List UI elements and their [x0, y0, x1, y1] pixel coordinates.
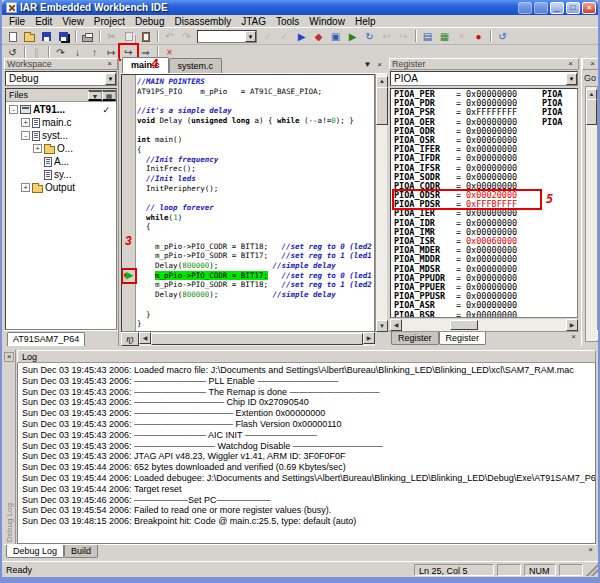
- code-segment: }: [137, 310, 151, 319]
- log-tab-debug-log[interactable]: Debug Log: [6, 545, 64, 558]
- paste-icon: [142, 32, 150, 42]
- new-document-button[interactable]: [4, 29, 21, 43]
- code-line: void Delay (unsigned long a) { while (--…: [137, 116, 374, 126]
- minimize-button[interactable]: _: [550, 2, 564, 14]
- menu-project[interactable]: Project: [89, 16, 130, 27]
- register-group-dropdown[interactable]: PIOA ▼: [390, 71, 578, 86]
- menu-view[interactable]: View: [57, 16, 89, 27]
- project-overview-button[interactable]: ▦: [436, 29, 453, 43]
- menu-jtag[interactable]: JTAG: [236, 16, 271, 27]
- register-tabs-close-icon[interactable]: ×: [568, 332, 579, 342]
- log-body[interactable]: Sun Dec 03 19:45:43 2006: Loaded macro f…: [17, 363, 596, 544]
- chevron-down-icon[interactable]: ▼: [245, 31, 256, 42]
- menu-disassembly[interactable]: Disassembly: [169, 16, 236, 27]
- compile-button[interactable]: ↻: [361, 29, 378, 43]
- menu-tools[interactable]: Tools: [271, 16, 304, 27]
- expand-icon[interactable]: +: [21, 183, 30, 192]
- find-combo-input[interactable]: ▼: [197, 30, 257, 43]
- debugger-restart-button[interactable]: ↺: [494, 29, 511, 43]
- expand-icon[interactable]: +: [21, 118, 30, 127]
- sort-order-icon[interactable]: ▼: [88, 90, 102, 101]
- reset-button[interactable]: ↺: [4, 45, 21, 59]
- make-button[interactable]: ▶: [344, 29, 361, 43]
- editor-close-icon[interactable]: ×: [374, 60, 385, 70]
- disassembly-close-icon[interactable]: ×: [587, 59, 598, 69]
- workspace-config-dropdown[interactable]: Debug ▼: [5, 71, 117, 86]
- disassembly-scrollbar[interactable]: ▲ ▼: [585, 86, 598, 342]
- toggle-breakpoint-button[interactable]: ●: [470, 29, 487, 43]
- register-tab-1[interactable]: Register: [439, 332, 487, 345]
- toggle-bookmark-button[interactable]: ▶: [293, 29, 310, 43]
- workspace-close-icon[interactable]: ×: [104, 59, 115, 69]
- chevron-down-icon[interactable]: ▼: [566, 73, 577, 85]
- register-title-bar[interactable]: Register ×: [389, 58, 579, 70]
- resize-grip[interactable]: [586, 564, 598, 576]
- save-all-button[interactable]: [55, 29, 72, 43]
- expand-icon[interactable]: +: [33, 144, 42, 153]
- editor-tab-system-c[interactable]: system.c: [169, 58, 223, 73]
- register-hscroll-thumb[interactable]: [450, 320, 478, 330]
- log-close-icon[interactable]: ×: [4, 352, 14, 362]
- compile-icon: ↻: [365, 31, 373, 42]
- register-tab-0[interactable]: Register: [391, 332, 439, 345]
- tree-item-syst[interactable]: -syst...: [6, 129, 116, 142]
- scroll-left-icon[interactable]: ◀: [390, 319, 402, 331]
- code-area[interactable]: 3●▶ //MAIN POINTERSAT91PS_PIO m_pPio = A…: [121, 74, 375, 332]
- paste-button[interactable]: [137, 29, 154, 43]
- files-box: Files ▼ ▦ -AT91...✓+main.c-syst...+O...A…: [5, 88, 117, 330]
- save-button[interactable]: [38, 29, 55, 43]
- scroll-right-icon[interactable]: ▶: [566, 319, 578, 331]
- scroll-left-icon[interactable]: ◀: [139, 332, 151, 344]
- log-tabs-close-icon[interactable]: ×: [585, 545, 596, 555]
- editor-horizontal-scrollbar[interactable]: f() ◀ ▶: [121, 332, 375, 346]
- menu-help[interactable]: Help: [350, 16, 381, 27]
- watch-window-button[interactable]: ▣: [327, 29, 344, 43]
- editor-tab-main-c[interactable]: main.c4: [122, 57, 169, 73]
- tree-item-output[interactable]: +Output: [6, 181, 116, 194]
- build-files-button[interactable]: ▤: [419, 29, 436, 43]
- next-bookmark-button[interactable]: ◆: [310, 29, 327, 43]
- menu-debug[interactable]: Debug: [130, 16, 169, 27]
- disassembly-title-bar[interactable]: ×: [582, 58, 600, 70]
- register-horizontal-scrollbar[interactable]: ◀ ▶: [390, 319, 578, 331]
- scroll-down-icon[interactable]: ▼: [376, 320, 388, 332]
- execution-point-marker[interactable]: ●▶: [123, 270, 135, 282]
- step-over-button[interactable]: ↷: [52, 45, 69, 59]
- workspace-tab-at91sam7[interactable]: AT91SAM7_P64: [7, 332, 85, 346]
- register-close-icon[interactable]: ×: [565, 59, 576, 69]
- next-statement-button[interactable]: ↦: [103, 45, 120, 59]
- open-file-button[interactable]: [21, 29, 38, 43]
- menu-edit[interactable]: Edit: [30, 16, 57, 27]
- title-bar[interactable]: IAR Embedded Workbench IDE _ □ ×: [2, 0, 598, 15]
- file-status-icon[interactable]: ▦: [102, 90, 116, 101]
- tree-item-sy[interactable]: sy...: [6, 168, 116, 181]
- tree-item-mainc[interactable]: +main.c: [6, 116, 116, 129]
- log-tab-build[interactable]: Build: [64, 545, 98, 558]
- print-button[interactable]: [79, 29, 96, 43]
- close-button[interactable]: ×: [582, 2, 596, 14]
- tree-item-at91[interactable]: -AT91...✓: [6, 103, 116, 116]
- scroll-up-icon[interactable]: ▲: [376, 76, 388, 88]
- menu-file[interactable]: File: [4, 16, 30, 27]
- scroll-right-icon[interactable]: ▶: [363, 332, 375, 344]
- disassembly-scroll-thumb[interactable]: [586, 99, 597, 125]
- chevron-down-icon[interactable]: ▼: [105, 73, 116, 85]
- expand-icon[interactable]: -: [21, 131, 30, 140]
- step-out-button[interactable]: ↑: [86, 45, 103, 59]
- step-into-button[interactable]: ↓: [69, 45, 86, 59]
- undo-icon: ↶: [165, 31, 173, 42]
- tree-item-a[interactable]: A...: [6, 155, 116, 168]
- workspace-title-bar[interactable]: Workspace ×: [4, 58, 118, 70]
- menu-window[interactable]: Window: [304, 16, 350, 27]
- tree-item-o[interactable]: +O...: [6, 142, 116, 155]
- expand-icon[interactable]: -: [9, 105, 18, 114]
- editor-hscroll-thumb[interactable]: [151, 333, 363, 345]
- function-list-button[interactable]: f(): [121, 332, 139, 346]
- tab-scroll-icon[interactable]: ▼: [362, 60, 373, 70]
- register-row-pioa_bsr[interactable]: PIOA_BSR=0x00000000: [394, 311, 577, 319]
- log-line: Sun Dec 03 19:45:44 2006: 652 bytes down…: [22, 462, 595, 473]
- maximize-button[interactable]: □: [566, 2, 580, 14]
- editor-vscroll-thumb[interactable]: [376, 87, 388, 125]
- editor-vertical-scrollbar[interactable]: ▲ ▼: [375, 74, 387, 332]
- annotation-step5: 5: [546, 192, 553, 206]
